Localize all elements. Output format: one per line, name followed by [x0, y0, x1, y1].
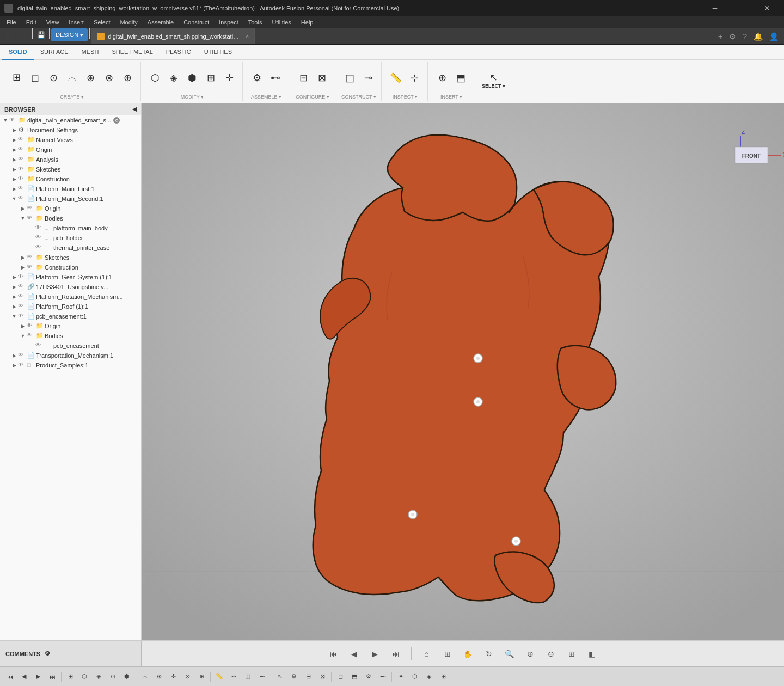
tree-item-sketches2[interactable]: ▶ 👁 📁 Sketches [0, 253, 141, 262]
construct-axis-button[interactable]: ⊸ [359, 71, 377, 84]
eye-icon[interactable]: 👁 [18, 293, 26, 301]
toolbar-icon-23[interactable]: ◻ [334, 670, 347, 683]
nav-first-button[interactable]: ⏮ [326, 646, 341, 661]
create-sweep-button[interactable]: ⌓ [63, 71, 81, 84]
notifications-icon[interactable]: 🔔 [751, 31, 765, 42]
modify-combine-button[interactable]: ✛ [220, 71, 238, 84]
comments-settings-icon[interactable]: ⚙ [45, 650, 50, 657]
new-tab-button[interactable]: + [716, 31, 725, 42]
display-button[interactable]: ◧ [585, 646, 600, 661]
toolbar-icon-25[interactable]: ⚙ [362, 670, 375, 683]
tree-item-platformmain1[interactable]: ▶ 👁 📄 Platform_Main_First:1 [0, 184, 141, 194]
tree-item-body-platform[interactable]: 👁 □ platform_main_body [0, 223, 141, 233]
toolbar-undo[interactable]: ↩ [2, 28, 15, 41]
tab-plastic[interactable]: PLASTIC [160, 45, 198, 60]
configure-btn1[interactable]: ⊟ [295, 71, 312, 84]
tree-item-origin3[interactable]: ▶ 👁 📁 Origin [0, 321, 141, 331]
expand-icon[interactable]: ▶ [11, 166, 17, 173]
eye-icon[interactable]: 👁 [27, 254, 34, 261]
design-dropdown[interactable]: DESIGN ▾ [51, 28, 88, 41]
grid-button[interactable]: ⊞ [564, 646, 579, 661]
eye-icon[interactable]: 👁 [18, 166, 26, 173]
expand-icon[interactable]: ▶ [11, 137, 17, 143]
eye-icon[interactable]: 👁 [35, 342, 43, 350]
eye-icon[interactable]: 👁 [18, 185, 26, 193]
construct-plane-button[interactable]: ◫ [341, 71, 358, 84]
toolbar-icon-30[interactable]: ⊞ [437, 670, 450, 683]
menu-utilities[interactable]: Utilities [267, 18, 295, 27]
expand-icon[interactable]: ▶ [20, 254, 26, 261]
tree-item-namedviews[interactable]: ▶ 👁 📁 Named Views [0, 135, 141, 145]
expand-icon[interactable]: ▼ [20, 215, 26, 222]
eye-icon[interactable]: 👁 [27, 264, 34, 271]
modify-chamfer-button[interactable]: ◈ [165, 71, 182, 84]
toolbar-icon-10[interactable]: ⌓ [138, 670, 151, 683]
eye-icon[interactable]: 👁 [27, 332, 34, 340]
tab-sheet-metal[interactable]: SHEET METAL [105, 45, 159, 60]
eye-icon[interactable]: 👁 [18, 303, 26, 310]
menu-file[interactable]: File [2, 18, 21, 27]
tree-item-construction1[interactable]: ▶ 👁 📁 Construction [0, 174, 141, 184]
home-view-button[interactable]: ⌂ [419, 646, 434, 661]
tree-item-body-thermal[interactable]: 👁 □ thermal_printer_case [0, 243, 141, 253]
menu-tools[interactable]: Tools [244, 18, 267, 27]
toolbar-icon-20[interactable]: ⚙ [287, 670, 301, 683]
eye-icon[interactable]: 👁 [18, 175, 26, 183]
inspect-measure-button[interactable]: 📏 [387, 71, 405, 84]
tab-surface[interactable]: SURFACE [34, 45, 75, 60]
tree-item-roof[interactable]: ▶ 👁 📄 Platform_Roof (1):1 [0, 302, 141, 311]
tree-item-bodies[interactable]: ▼ 👁 📁 Bodies [0, 213, 141, 223]
expand-icon[interactable]: ▼ [11, 313, 17, 320]
toolbar-icon-16[interactable]: ⊹ [227, 670, 240, 683]
expand-icon[interactable]: ▶ [11, 146, 17, 153]
eye-icon[interactable]: 👁 [18, 156, 26, 163]
create-extrude-button[interactable]: ◻ [26, 71, 44, 84]
expand-icon[interactable]: ▶ [11, 186, 17, 192]
menu-select[interactable]: Select [89, 18, 115, 27]
eye-icon[interactable]: 👁 [35, 224, 43, 232]
configure-btn2[interactable]: ⊠ [313, 71, 330, 84]
zoom-button[interactable]: 🔍 [502, 646, 517, 661]
tree-item-product[interactable]: ▶ 👁 □ Product_Samples:1 [0, 360, 141, 370]
modify-fillet-button[interactable]: ⬡ [146, 71, 164, 84]
tree-item-analysis[interactable]: ▶ 👁 📁 Analysis [0, 155, 141, 164]
eye-icon[interactable]: 👁 [27, 322, 34, 330]
menu-modify[interactable]: Modify [115, 18, 142, 27]
eye-icon[interactable]: 👁 [18, 352, 26, 359]
toolbar-icon-12[interactable]: ✛ [167, 670, 180, 683]
eye-icon[interactable]: 👁 [18, 283, 26, 291]
create-newcomp-button[interactable]: ⊞ [8, 71, 25, 85]
insert-insert-button[interactable]: ⊕ [433, 71, 451, 84]
create-revolve-button[interactable]: ⊙ [45, 71, 62, 84]
zoom-in-button[interactable]: ⊕ [523, 646, 538, 661]
expand-icon[interactable]: ▶ [11, 127, 17, 133]
inspect-analysis-button[interactable]: ⊹ [406, 71, 423, 84]
expand-icon[interactable]: ▶ [11, 303, 17, 310]
tree-item-bodies2[interactable]: ▼ 👁 📁 Bodies [0, 331, 141, 341]
tree-item-17hs[interactable]: ▶ 👁 🔗 17HS3401_Usongshine v... [0, 282, 141, 292]
toolbar-icon-22[interactable]: ⊠ [316, 670, 329, 683]
tree-item-pcbencasement[interactable]: ▼ 👁 📄 pcb_encasement:1 [0, 311, 141, 321]
orbit-button[interactable]: ↻ [481, 646, 497, 661]
menu-insert[interactable]: Insert [64, 18, 88, 27]
toolbar-save[interactable]: 💾 [34, 28, 47, 41]
toolbar-icon-27[interactable]: ✦ [394, 670, 407, 683]
toolbar-icon-11[interactable]: ⊛ [152, 670, 166, 683]
zoom-out-button[interactable]: ⊖ [543, 646, 559, 661]
nav-play-button[interactable]: ▶ [367, 646, 383, 661]
tree-item-body-pcbholder[interactable]: 👁 □ pcb_holder [0, 233, 141, 243]
expand-icon[interactable]: ▶ [11, 176, 17, 182]
tab-close-button[interactable]: × [246, 33, 249, 39]
eye-icon[interactable]: 👁 [18, 195, 26, 203]
tree-item-docsettings[interactable]: ▶ ⚙ Document Settings [0, 125, 141, 135]
expand-icon[interactable]: ▶ [20, 323, 26, 329]
fit-view-button[interactable]: ⊞ [440, 646, 455, 661]
toolbar-icon-4[interactable]: ⏭ [46, 670, 59, 683]
toolbar-icon-14[interactable]: ⊕ [195, 670, 208, 683]
create-web-button[interactable]: ⊕ [119, 71, 136, 84]
toolbar-redo[interactable]: ↪ [17, 28, 30, 41]
toolbar-icon-9[interactable]: ⬢ [120, 670, 133, 683]
tree-item-root[interactable]: ▼ 👁 📁 digital_twin_enabled_smart_s... ⚙ [0, 115, 141, 125]
close-button[interactable]: ✕ [755, 0, 780, 16]
document-tab[interactable]: digital_twin_enabled_smart_shipping_work… [91, 28, 255, 44]
